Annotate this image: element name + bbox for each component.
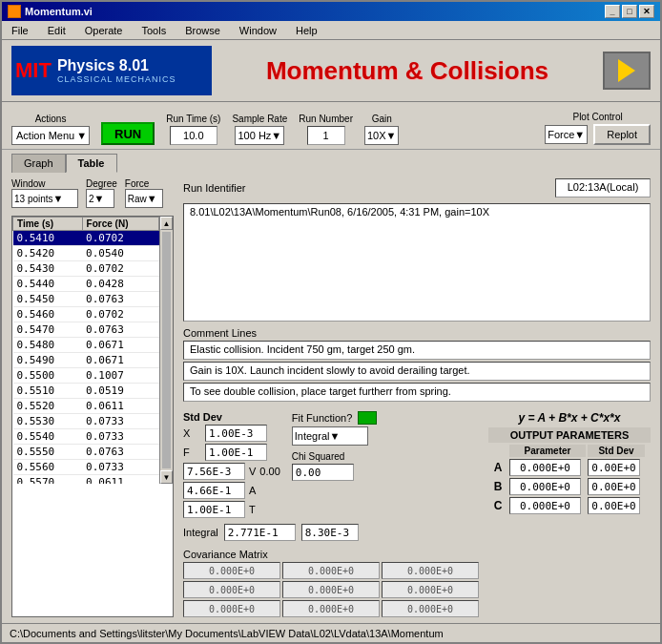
table-row[interactable]: 0.54400.0428	[13, 277, 159, 292]
table-row[interactable]: 0.54100.0702	[13, 231, 159, 246]
sample-rate-dropdown[interactable]: 100 Hz ▼	[235, 126, 284, 145]
table-row[interactable]: 0.54700.0763	[13, 322, 159, 338]
chi-section: Chi Squared	[292, 451, 378, 481]
table-row[interactable]: 0.55100.0519	[13, 384, 159, 399]
scroll-down-button[interactable]: ▼	[160, 470, 173, 484]
std-dev-header: Std Dev	[588, 445, 645, 457]
replot-button[interactable]: Replot	[593, 124, 651, 145]
data-table: Time (s) Force (N) 0.54100.07020.54200.0…	[12, 217, 159, 484]
menu-bar: File Edit Operate Tools Browse Window He…	[2, 21, 660, 40]
window-value: 13 points	[14, 194, 53, 204]
param-b-std-input[interactable]	[588, 478, 640, 495]
std-a-label: A	[247, 485, 258, 496]
table-row[interactable]: 0.55200.0611	[13, 399, 159, 414]
main-window: Momentum.vi _ □ ✕ File Edit Operate Tool…	[0, 0, 662, 644]
window-title: Momentum.vi	[25, 6, 93, 17]
physics-logo: Physics 8.01	[57, 57, 176, 74]
cov-input-2-0[interactable]	[183, 600, 280, 617]
title-controls: _ □ ✕	[605, 5, 654, 18]
table-row[interactable]: 0.55400.0733	[13, 429, 159, 445]
actions-group: Actions Action Menu ▼	[11, 114, 90, 145]
table-row[interactable]: 0.55600.0733	[13, 460, 159, 475]
std-v-value-input[interactable]	[183, 463, 245, 480]
left-controls: Window 13 points ▼ Degree 2 ▼ Force	[11, 178, 174, 208]
std-t-value-input[interactable]	[183, 501, 245, 518]
menu-file[interactable]: File	[6, 24, 34, 37]
table-row[interactable]: 0.54300.0702	[13, 261, 159, 277]
run-id-local: L02:13A(Local)	[555, 178, 651, 197]
menu-operate[interactable]: Operate	[79, 24, 129, 37]
cov-input-0-1[interactable]	[282, 562, 380, 579]
menu-tools[interactable]: Tools	[135, 24, 172, 37]
cov-input-2-1[interactable]	[282, 600, 380, 617]
std-f-input[interactable]	[205, 444, 267, 461]
fit-indicator	[358, 411, 377, 425]
table-row[interactable]: 0.55300.0733	[13, 414, 159, 429]
std-a-value-input[interactable]	[183, 482, 245, 499]
gain-dropdown[interactable]: 10X ▼	[364, 126, 399, 145]
fit-header-row: Fit Function?	[292, 411, 378, 425]
chi-value-input[interactable]	[292, 464, 354, 481]
menu-edit[interactable]: Edit	[42, 24, 72, 37]
fit-label: Fit Function?	[292, 412, 353, 424]
param-a-std-input[interactable]	[588, 459, 640, 476]
menu-help[interactable]: Help	[290, 24, 323, 37]
std-v-label: V	[247, 466, 258, 477]
degree-arrow: ▼	[94, 193, 105, 204]
run-id-path: 8.01\L02\13A\Momentum\Run08, 6/16/2005, …	[183, 203, 651, 322]
fit-type-dropdown[interactable]: Integral ▼	[292, 426, 368, 446]
close-button[interactable]: ✕	[639, 5, 654, 18]
mit-logo: MIT	[15, 58, 52, 83]
table-row[interactable]: 0.55500.0763	[13, 445, 159, 460]
std-x-input[interactable]	[205, 425, 267, 442]
std-v-num: 0.00	[259, 466, 279, 477]
cov-input-1-2[interactable]	[382, 581, 479, 598]
scroll-up-button[interactable]: ▲	[160, 217, 173, 230]
degree-dropdown[interactable]: 2 ▼	[86, 189, 114, 208]
integral-value-input[interactable]	[224, 524, 296, 541]
window-dropdown[interactable]: 13 points ▼	[11, 189, 78, 208]
table-row[interactable]: 0.54500.0763	[13, 292, 159, 307]
integral-row: Integral	[183, 524, 479, 541]
table-row[interactable]: 0.55700.0611	[13, 475, 159, 485]
action-menu-dropdown[interactable]: Action Menu ▼	[11, 126, 90, 145]
comment-line-1[interactable]: Elastic collision. Incident 750 gm, targ…	[183, 341, 651, 360]
run-time-input[interactable]	[170, 126, 217, 145]
table-row[interactable]: 0.54200.0540	[13, 246, 159, 261]
table-row[interactable]: 0.55000.1007	[13, 368, 159, 384]
force-dropdown[interactable]: Raw ▼	[125, 189, 163, 208]
cov-input-0-2[interactable]	[382, 562, 479, 579]
table-scroll[interactable]: Time (s) Force (N) 0.54100.07020.54200.0…	[12, 217, 159, 484]
comment-line-3[interactable]: To see double collision, place target fu…	[183, 383, 651, 402]
table-row[interactable]: 0.54900.0671	[13, 353, 159, 368]
comment-line-2[interactable]: Gain is 10X. Launch incident slowly to a…	[183, 362, 651, 381]
plot-control-dropdown[interactable]: Force ▼	[545, 125, 588, 144]
plot-control-value: Force	[548, 129, 574, 140]
param-a-input[interactable]	[509, 459, 581, 476]
chi-label: Chi Squared	[292, 451, 378, 462]
param-c-std-input[interactable]	[588, 497, 640, 514]
tab-graph[interactable]: Graph	[11, 154, 66, 173]
integral-std-input[interactable]	[301, 524, 359, 541]
tab-table[interactable]: Table	[66, 154, 117, 173]
sample-rate-value: 100 Hz	[238, 130, 271, 141]
tab-row: Graph Table	[2, 150, 660, 173]
cov-input-1-1[interactable]	[282, 581, 380, 598]
table-row[interactable]: 0.54600.0702	[13, 307, 159, 322]
run-button[interactable]: RUN	[101, 122, 155, 145]
cov-input-2-2[interactable]	[382, 600, 479, 617]
scroll-thumb[interactable]	[162, 232, 171, 468]
main-content: Window 13 points ▼ Degree 2 ▼ Force	[2, 173, 660, 623]
param-b-input[interactable]	[509, 478, 581, 495]
fit-type-arrow: ▼	[329, 430, 340, 442]
minimize-button[interactable]: _	[605, 5, 620, 18]
cov-input-0-0[interactable]	[183, 562, 280, 579]
table-row[interactable]: 0.54800.0671	[13, 338, 159, 353]
run-number-input[interactable]	[307, 126, 345, 145]
action-menu-arrow: ▼	[76, 130, 87, 141]
param-c-input[interactable]	[509, 497, 581, 514]
cov-input-1-0[interactable]	[183, 581, 280, 598]
menu-window[interactable]: Window	[234, 24, 282, 37]
menu-browse[interactable]: Browse	[179, 24, 226, 37]
maximize-button[interactable]: □	[622, 5, 637, 18]
